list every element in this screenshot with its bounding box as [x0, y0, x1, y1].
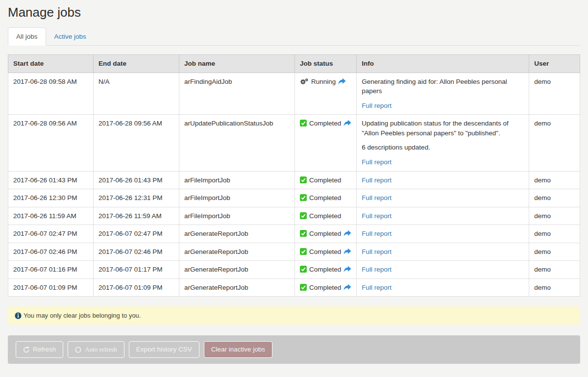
cell-job-status: Completed: [295, 225, 357, 243]
cell-start-date: 2017-06-28 09:58 AM: [8, 73, 94, 115]
cell-job-status: Completed: [295, 207, 357, 225]
info-circle-icon: [15, 312, 24, 319]
cell-job-name: arGenerateReportJob: [179, 243, 295, 261]
cell-job-status: Completed: [295, 261, 357, 279]
share-arrow-icon: [343, 230, 351, 237]
check-square-icon: [300, 120, 307, 127]
job-detail-arrow-link[interactable]: [343, 284, 351, 291]
job-status-label: Completed: [309, 212, 341, 220]
tab-active-jobs[interactable]: Active jobs: [46, 27, 95, 46]
share-arrow-icon: [343, 284, 351, 291]
cell-user: demo: [529, 261, 580, 279]
cell-info: Full report: [357, 278, 529, 297]
cell-info: Full report: [357, 243, 529, 261]
cell-job-name: arFileImportJob: [179, 171, 295, 189]
clear-inactive-jobs-button[interactable]: Clear inactive jobs: [204, 341, 272, 358]
column-header-job-status: Job status: [295, 55, 357, 73]
job-status-label: Completed: [309, 120, 341, 127]
full-report-link[interactable]: Full report: [362, 211, 392, 221]
cell-info: Updating publication status for the desc…: [357, 115, 529, 171]
job-info-text: 6 descriptions updated.: [362, 143, 524, 152]
full-report-link[interactable]: Full report: [362, 229, 392, 239]
cell-start-date: 2017-06-07 02:47 PM: [8, 225, 94, 243]
check-square-icon: [300, 230, 307, 237]
cell-job-status: Completed: [295, 115, 357, 171]
job-status-label: Completed: [309, 248, 341, 255]
tab-bar: All jobs Active jobs: [8, 27, 580, 46]
cell-job-name: arFindingAidJob: [179, 73, 295, 115]
auto-refresh-button-label: Auto refresh: [85, 346, 117, 353]
table-row: 2017-06-26 12:30 PM2017-06-26 12:31 PMar…: [8, 189, 580, 207]
cell-info: Full report: [357, 189, 529, 207]
full-report-link[interactable]: Full report: [362, 176, 392, 185]
full-report-link[interactable]: Full report: [362, 101, 392, 111]
cell-job-status: Completed: [295, 189, 357, 207]
jobs-table: Start date End date Job name Job status …: [8, 54, 580, 297]
job-detail-arrow-link[interactable]: [343, 120, 351, 127]
cogs-icon: [300, 78, 309, 85]
clear-inactive-jobs-label: Clear inactive jobs: [211, 346, 265, 353]
cell-info: Full report: [357, 261, 529, 279]
cell-start-date: 2017-06-26 11:59 AM: [8, 207, 94, 225]
cell-job-name: arGenerateReportJob: [179, 278, 295, 297]
full-report-link[interactable]: Full report: [362, 283, 392, 293]
cell-end-date: 2017-06-07 02:46 PM: [94, 243, 179, 261]
check-square-icon: [300, 212, 307, 220]
cell-user: demo: [529, 171, 580, 189]
cell-info: Full report: [357, 207, 529, 225]
cell-end-date: 2017-06-07 01:09 PM: [94, 278, 179, 297]
cell-start-date: 2017-06-07 01:09 PM: [8, 278, 94, 297]
export-history-csv-label: Export history CSV: [136, 346, 192, 353]
cell-user: demo: [529, 73, 580, 115]
refresh-icon: [23, 347, 29, 353]
full-report-link[interactable]: Full report: [362, 157, 392, 167]
check-square-icon: [300, 284, 307, 291]
alert-banner: You may only clear jobs belonging to you…: [8, 306, 580, 325]
cell-end-date: 2017-06-07 01:17 PM: [94, 261, 179, 279]
auto-refresh-button[interactable]: Auto refresh: [68, 341, 124, 358]
share-arrow-icon: [343, 248, 351, 255]
cell-job-status: Completed: [295, 243, 357, 261]
cell-job-status: Running: [295, 73, 357, 115]
job-status-label: Completed: [309, 230, 341, 237]
job-status-label: Completed: [309, 284, 341, 291]
cell-job-name: arGenerateReportJob: [179, 261, 295, 279]
table-row: 2017-06-26 01:43 PM2017-06-26 01:43 PMar…: [8, 171, 580, 189]
job-status-label: Completed: [309, 266, 341, 273]
cell-job-name: arGenerateReportJob: [179, 225, 295, 243]
job-detail-arrow-link[interactable]: [343, 248, 351, 255]
table-row: 2017-06-07 01:16 PM2017-06-07 01:17 PMar…: [8, 261, 580, 279]
share-arrow-icon: [343, 120, 351, 127]
check-square-icon: [300, 266, 307, 273]
page-title: Manage jobs: [8, 5, 580, 20]
cell-user: demo: [529, 115, 580, 171]
column-header-job-name: Job name: [179, 55, 295, 73]
cell-user: demo: [529, 278, 580, 297]
refresh-button[interactable]: Refresh: [16, 341, 63, 358]
table-header-row: Start date End date Job name Job status …: [8, 55, 580, 73]
cell-user: demo: [529, 189, 580, 207]
cell-job-name: arFileImportJob: [179, 207, 295, 225]
check-square-icon: [300, 176, 307, 184]
full-report-link[interactable]: Full report: [362, 193, 392, 203]
job-info-text: Generating finding aid for: Allon Peeble…: [362, 77, 524, 96]
full-report-link[interactable]: Full report: [362, 265, 392, 275]
job-info-text: Updating publication status for the desc…: [362, 119, 524, 138]
cell-end-date: 2017-06-26 12:31 PM: [94, 189, 179, 207]
cell-job-status: Completed: [295, 171, 357, 189]
table-row: 2017-06-26 11:59 AM2017-06-26 11:59 AMar…: [8, 207, 580, 225]
cell-start-date: 2017-06-26 01:43 PM: [8, 171, 94, 189]
job-detail-arrow-link[interactable]: [343, 230, 351, 237]
share-arrow-icon: [338, 78, 346, 85]
export-history-csv-button[interactable]: Export history CSV: [129, 341, 199, 358]
cell-start-date: 2017-06-28 09:56 AM: [8, 115, 94, 171]
full-report-link[interactable]: Full report: [362, 247, 392, 257]
tab-all-jobs[interactable]: All jobs: [8, 27, 46, 46]
cell-end-date: 2017-06-26 01:43 PM: [94, 171, 179, 189]
table-row: 2017-06-28 09:58 AMN/AarFindingAidJobRun…: [8, 73, 580, 115]
cell-job-status: Completed: [295, 278, 357, 297]
cell-user: demo: [529, 225, 580, 243]
cell-info: Full report: [357, 225, 529, 243]
job-detail-arrow-link[interactable]: [338, 78, 346, 85]
job-detail-arrow-link[interactable]: [343, 266, 351, 273]
